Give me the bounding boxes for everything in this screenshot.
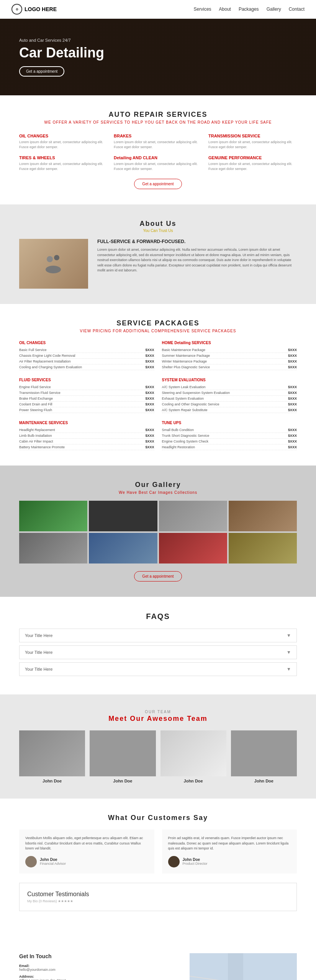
testimonial-input-box[interactable]: Customer Testimonials My Bio (0 Reviews)… <box>19 883 297 911</box>
pkg-item-price: $XXX <box>288 434 297 438</box>
pkg-item-price: $XXX <box>288 439 297 443</box>
about-image <box>19 239 88 289</box>
faq-item[interactable]: Your Title Here▼ <box>19 662 297 676</box>
author-avatar <box>25 856 37 867</box>
pkg-item: A/C System Leak Evaluation$XXX <box>162 384 297 390</box>
pkg-item-price: $XXX <box>145 428 154 432</box>
pkg-item-price: $XXX <box>145 434 154 438</box>
pkg-item: Basic Full Service$XXX <box>19 347 154 353</box>
pkg-item-name: Engine Fluid Service <box>19 385 51 389</box>
pkg-item: Cooling and Other Diagnostic Service$XXX <box>162 402 297 407</box>
pkg-item-name: Brake Fluid Exchange <box>19 397 53 400</box>
pkg-category-name: MAINTENANCE SERVICES <box>19 421 154 425</box>
service-item: BRAKESLorem ipsum dolor sit amet, consec… <box>114 134 202 149</box>
pkg-item-price: $XXX <box>145 397 154 400</box>
service-item: OIL CHANGESLorem ipsum dolor sit amet, c… <box>19 134 108 149</box>
pkg-item: Small Bulb Condition$XXX <box>162 427 297 433</box>
pkg-item-name: Coolant Drain and Fill <box>19 402 52 406</box>
pkg-item-name: Basic Maintenance Package <box>162 348 206 352</box>
faq-item[interactable]: Your Title Here▼ <box>19 645 297 659</box>
team-name: John Doe <box>160 779 226 783</box>
nav-link-packages[interactable]: Packages <box>239 7 259 12</box>
gallery-item-car-white-sports[interactable] <box>89 501 157 531</box>
team-photo <box>19 730 85 776</box>
contact-info: Get In Touch Email: hello@yourdomain.com… <box>19 953 178 980</box>
gallery-item-car-mustang[interactable] <box>19 533 87 564</box>
pkg-item-name: A/C System Leak Evaluation <box>162 385 206 389</box>
service-desc: Lorem ipsum dolor sit amet, consectetur … <box>19 162 108 171</box>
team-member: John Doe <box>231 730 297 783</box>
nav-link-contact[interactable]: Contact <box>289 7 305 12</box>
pkg-item-price: $XXX <box>288 402 297 406</box>
pkg-item-price: $XXX <box>145 408 154 412</box>
pkg-item-name: Engine Cooling System Check <box>162 439 209 443</box>
nav-link-services[interactable]: Services <box>194 7 211 12</box>
pkg-item-name: Cooling and Charging System Evaluation <box>19 365 82 369</box>
gallery-item-car-flowers[interactable] <box>229 533 297 564</box>
map-svg <box>190 953 297 980</box>
pkg-item-price: $XXX <box>288 359 297 363</box>
pkg-item: Headlight Replacement$XXX <box>19 427 154 433</box>
pkg-item-name: Trunk Short Diagnostic Service <box>162 434 210 438</box>
gallery-item-car-blue-vintage[interactable] <box>89 533 157 564</box>
svg-rect-5 <box>228 953 243 980</box>
service-item: TIRES & WHEELSLorem ipsum dolor sit amet… <box>19 155 108 171</box>
contact-email: Email: hello@yourdomain.com <box>19 964 178 972</box>
pkg-item-price: $XXX <box>288 385 297 389</box>
team-photo <box>160 730 226 776</box>
contact-email-label: Email: <box>19 964 178 968</box>
contact-address: Address: Office Lorem ipsum dor. Street <box>19 975 178 980</box>
pkg-item: Chassis Engine Light Code Removal$XXX <box>19 353 154 359</box>
faq-arrow-icon: ▼ <box>287 666 291 672</box>
pkg-item-price: $XXX <box>145 365 154 369</box>
pkg-item: Cabin Air Filter Impact$XXX <box>19 439 154 444</box>
pkg-item-name: Chassis Engine Light Code Removal <box>19 354 75 358</box>
team-name: John Doe <box>90 779 156 783</box>
pkg-item-price: $XXX <box>288 354 297 358</box>
svg-point-0 <box>47 256 53 262</box>
nav-link-gallery[interactable]: Gallery <box>267 7 281 12</box>
gallery-item-car-red-muscle[interactable] <box>159 533 227 564</box>
pkg-category-name: FLUID SERVICES <box>19 378 154 382</box>
contact-address-val: Office Lorem ipsum dor. Street <box>19 978 178 980</box>
pkg-item-name: Headlight Restoration <box>162 445 195 449</box>
faq-question: Your Title Here <box>25 650 52 655</box>
faq-item[interactable]: Your Title Here▼ <box>19 629 297 642</box>
gallery-subtitle: We Have Best Car Images Collections <box>19 490 297 495</box>
author-role: Product Director <box>183 862 208 866</box>
services-cta-button[interactable]: Get a appointment <box>134 179 182 189</box>
nav-link-about[interactable]: About <box>219 7 231 12</box>
package-category: MAINTENANCE SERVICESHeadlight Replacemen… <box>19 421 154 450</box>
pkg-item-price: $XXX <box>145 402 154 406</box>
service-desc: Lorem ipsum dolor sit amet, consectetur … <box>208 162 297 171</box>
gallery-item-car-black-suv[interactable] <box>159 501 227 531</box>
faq-arrow-icon: ▼ <box>287 633 291 638</box>
package-category: HOME Detailing SERVICESBasic Maintenance… <box>162 341 297 370</box>
hero-cta-button[interactable]: Get a appointment <box>19 66 64 77</box>
team-name: John Doe <box>231 779 297 783</box>
about-image-placeholder <box>42 252 65 275</box>
pkg-item-name: Air Filter Replacement Installation <box>19 359 71 363</box>
service-name: TRANSMISSION SERVICE <box>208 134 297 138</box>
pkg-item: Exhaust System Evaluation$XXX <box>162 396 297 402</box>
faq-question: Your Title Here <box>25 633 52 638</box>
auto-repair-title: AUTO REPAIR SERVICES <box>19 111 297 119</box>
service-name: Detailing AND CLEAN <box>114 155 202 160</box>
pkg-item-price: $XXX <box>288 428 297 432</box>
pkg-item-name: Cooling and Other Diagnostic Service <box>162 402 219 406</box>
pkg-item: Coolant Drain and Fill$XXX <box>19 402 154 407</box>
faq-arrow-icon: ▼ <box>287 650 291 655</box>
logo[interactable]: ⊙ LOGO HERE <box>11 4 57 15</box>
gallery-item-car-green[interactable] <box>19 501 87 531</box>
about-paragraph: Lorem ipsum dolor sit amet, consectetur … <box>97 247 297 273</box>
gallery-cta-button[interactable]: Get a appointment <box>134 571 182 581</box>
pkg-item-price: $XXX <box>288 348 297 352</box>
pkg-item-name: Shelter Plus Diagnostic Service <box>162 365 210 369</box>
packages-grid: OIL CHANGESBasic Full Service$XXXChassis… <box>19 341 297 450</box>
gallery-item-car-vintage[interactable] <box>229 501 297 531</box>
testimonial-card: Proin ad sagittis erat, id venenatis qua… <box>162 830 297 874</box>
services-grid: OIL CHANGESLorem ipsum dolor sit amet, c… <box>19 134 297 171</box>
pkg-item-name: Headlight Replacement <box>19 428 55 432</box>
packages-title: SERVICE PACKAGES <box>19 319 297 327</box>
pkg-item-name: Power Steering Flush <box>19 408 52 412</box>
